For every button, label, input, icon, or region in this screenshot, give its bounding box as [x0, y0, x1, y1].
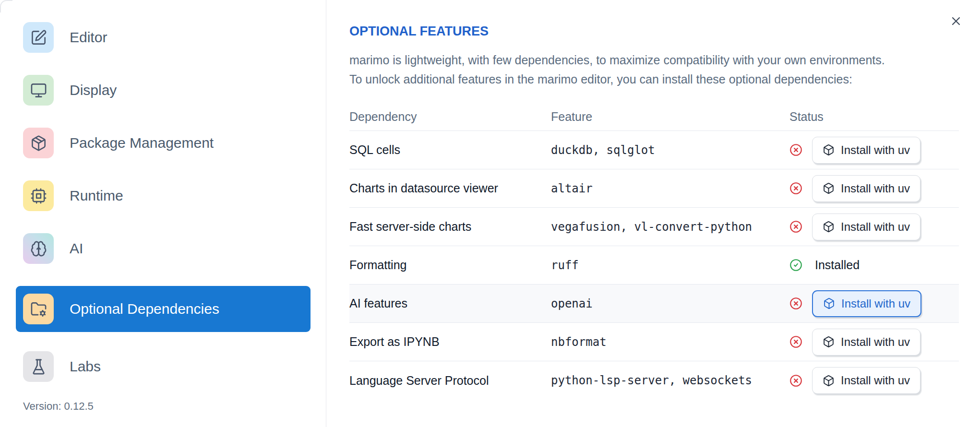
install-with-uv-button[interactable]: Install with uv: [812, 214, 920, 240]
table-row: Language Server Protocol python-lsp-serv…: [349, 361, 959, 400]
sidebar-item-label: Editor: [70, 29, 107, 46]
settings-sidebar: Editor Display Package Management: [0, 0, 326, 427]
install-button-label: Install with uv: [841, 220, 910, 234]
sidebar-item-display[interactable]: Display: [16, 75, 311, 106]
optional-features-panel: OPTIONAL FEATURES marimo is lightweight,…: [326, 0, 980, 427]
status-cell: Install with uv: [789, 175, 959, 202]
page-title: OPTIONAL FEATURES: [349, 24, 959, 39]
status-error-icon: [789, 335, 802, 348]
box-icon: [823, 182, 835, 194]
status-cell: Install with uv: [789, 214, 959, 240]
version-label: Version: 0.12.5: [23, 400, 94, 413]
dependency-name: Language Server Protocol: [349, 374, 551, 388]
install-button-label: Install with uv: [841, 297, 910, 310]
column-header-status: Status: [789, 110, 959, 124]
box-icon: [823, 336, 835, 348]
cpu-icon: [23, 180, 54, 211]
x-icon: [949, 14, 963, 28]
description: marimo is lightweight, with few dependen…: [349, 50, 959, 89]
sidebar-item-label: AI: [70, 240, 83, 257]
table-row: Charts in datasource viewer altair Insta…: [349, 169, 959, 208]
square-pen-icon: [23, 22, 54, 53]
table-row: Fast server-side charts vegafusion, vl-c…: [349, 208, 959, 246]
sidebar-item-label: Package Management: [70, 135, 214, 151]
close-button[interactable]: [947, 12, 965, 30]
dependencies-table: Dependency Feature Status SQL cells duck…: [349, 103, 959, 400]
sidebar-item-optional-dependencies[interactable]: Optional Dependencies: [16, 286, 311, 332]
box-icon: [823, 144, 835, 156]
install-button-label: Install with uv: [841, 182, 910, 195]
sidebar-item-label: Labs: [70, 358, 101, 375]
dependency-name: Fast server-side charts: [349, 220, 551, 234]
status-error-icon: [789, 297, 802, 310]
sidebar-item-labs[interactable]: Labs: [16, 351, 311, 382]
table-header: Dependency Feature Status: [349, 103, 959, 131]
install-with-uv-button[interactable]: Install with uv: [812, 175, 920, 202]
status-cell: Install with uv: [789, 137, 959, 164]
status-cell: Install with uv: [789, 329, 959, 356]
status-installed-icon: [789, 259, 802, 272]
install-with-uv-button[interactable]: Install with uv: [812, 290, 921, 317]
install-button-label: Install with uv: [841, 374, 910, 387]
status-cell: Installed: [789, 258, 959, 272]
status-error-icon: [789, 374, 802, 387]
feature-packages: python-lsp-server, websockets: [551, 374, 789, 387]
feature-packages: ruff: [551, 259, 789, 272]
installed-label: Installed: [815, 258, 860, 272]
status-cell: Install with uv: [789, 290, 959, 317]
status-error-icon: [789, 182, 802, 195]
table-row: Formatting ruff Installed: [349, 246, 959, 285]
table-row: SQL cells duckdb, sqlglot Install with u…: [349, 131, 959, 169]
column-header-feature: Feature: [551, 110, 789, 124]
install-button-label: Install with uv: [841, 143, 910, 157]
dependency-name: SQL cells: [349, 143, 551, 157]
install-button-label: Install with uv: [841, 335, 910, 349]
status-cell: Install with uv: [789, 367, 959, 394]
dependency-name: Charts in datasource viewer: [349, 181, 551, 195]
box-icon: [823, 221, 835, 233]
sidebar-item-label: Optional Dependencies: [70, 301, 219, 317]
dependency-name: Export as IPYNB: [349, 335, 551, 349]
box-icon: [823, 375, 835, 387]
column-header-dependency: Dependency: [349, 110, 551, 124]
monitor-icon: [23, 75, 54, 106]
status-error-icon: [789, 143, 802, 156]
box-icon: [823, 297, 835, 309]
sidebar-item-package-management[interactable]: Package Management: [16, 128, 311, 158]
table-row: Export as IPYNB nbformat Install with uv: [349, 323, 959, 361]
description-line: To unlock additional features in the mar…: [349, 70, 959, 89]
install-with-uv-button[interactable]: Install with uv: [812, 329, 920, 356]
package-icon: [23, 128, 54, 158]
sidebar-item-ai[interactable]: AI: [16, 233, 311, 264]
description-line: marimo is lightweight, with few dependen…: [349, 50, 959, 70]
folder-cog-icon: [23, 294, 54, 324]
settings-dialog: Editor Display Package Management: [0, 0, 980, 427]
flask-icon: [23, 351, 54, 382]
sidebar-item-label: Display: [70, 82, 117, 98]
feature-packages: duckdb, sqlglot: [551, 143, 789, 157]
brain-icon: [23, 233, 54, 264]
sidebar-item-runtime[interactable]: Runtime: [16, 180, 311, 211]
install-with-uv-button[interactable]: Install with uv: [812, 137, 920, 164]
feature-packages: nbformat: [551, 335, 789, 349]
install-with-uv-button[interactable]: Install with uv: [812, 367, 920, 394]
sidebar-item-label: Runtime: [70, 188, 123, 204]
table-row: AI features openai Install with uv: [349, 285, 959, 323]
feature-packages: openai: [551, 297, 789, 310]
sidebar-item-editor[interactable]: Editor: [16, 22, 311, 53]
dependency-name: Formatting: [349, 258, 551, 272]
feature-packages: vegafusion, vl-convert-python: [551, 220, 789, 234]
feature-packages: altair: [551, 182, 789, 195]
dependency-name: AI features: [349, 297, 551, 310]
status-error-icon: [789, 220, 802, 233]
